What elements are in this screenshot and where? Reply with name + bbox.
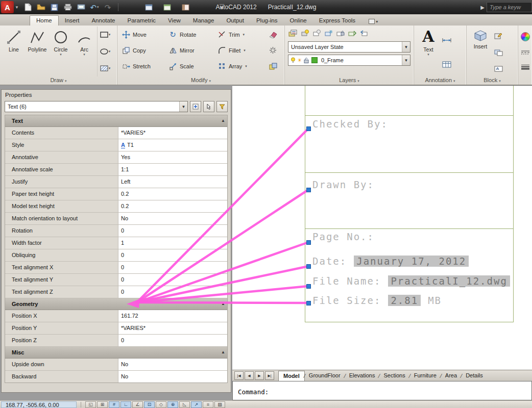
field-value[interactable]: 2.81 bbox=[388, 295, 421, 306]
selection-grip[interactable] bbox=[306, 284, 311, 289]
app-menu-arrow-icon[interactable]: ▼ bbox=[15, 5, 19, 10]
redo-icon[interactable]: ↷ bbox=[103, 2, 113, 12]
coordinate-readout[interactable]: 168.77, -505.66, 0.00 bbox=[1, 401, 77, 408]
layer-dropdown[interactable]: ☀ 0_Frame ▼ bbox=[288, 55, 410, 66]
section-collapse-icon[interactable]: ▲ bbox=[221, 115, 225, 126]
select-objects-button[interactable] bbox=[203, 101, 214, 112]
layout-tab-area[interactable]: Area bbox=[441, 371, 462, 380]
property-value[interactable]: 0 bbox=[118, 335, 227, 346]
show-transparency-toggle[interactable]: ▨ bbox=[214, 401, 225, 408]
drawing-text-checked-by[interactable]: Checked By: bbox=[312, 118, 388, 130]
table-icon[interactable] bbox=[442, 61, 451, 68]
workspace-icon[interactable] bbox=[144, 2, 154, 12]
prev-tab-button[interactable]: ◀ bbox=[245, 371, 254, 380]
ribbon-tab-parametric[interactable]: Parametric bbox=[122, 16, 162, 26]
explode-icon[interactable] bbox=[269, 46, 277, 55]
autocad-logo-icon[interactable]: A bbox=[1, 1, 14, 13]
drawing-text-file-size[interactable]: File Size:2.81MB bbox=[312, 295, 442, 306]
arc-button[interactable]: Arc ▾ bbox=[72, 27, 96, 76]
modify-panel-label[interactable]: Modify ▾ bbox=[117, 76, 284, 85]
infocenter-arrow-icon[interactable]: ▶ bbox=[480, 5, 485, 10]
hatch-flyout-button[interactable]: ▾ bbox=[100, 65, 111, 71]
ribbon-tab-insert[interactable]: Insert bbox=[59, 16, 86, 26]
block-attributes-icon[interactable] bbox=[494, 66, 503, 72]
layer-freeze-icon[interactable] bbox=[324, 29, 333, 37]
new-file-icon[interactable] bbox=[23, 2, 33, 12]
line-button[interactable]: Line bbox=[2, 27, 26, 76]
section-header-text[interactable]: Text▲ bbox=[5, 115, 227, 127]
rotate-button[interactable]: ↻ Rotate bbox=[168, 30, 217, 39]
save-icon[interactable] bbox=[50, 2, 60, 12]
insert-button[interactable]: Insert bbox=[470, 28, 491, 76]
quick-select-button[interactable] bbox=[216, 101, 228, 112]
ribbon-tab-plug-ins[interactable]: Plug-ins bbox=[250, 16, 284, 26]
array-button[interactable]: Array▾ bbox=[217, 62, 269, 70]
drawing-text-date[interactable]: Date:January 17, 2012 bbox=[312, 256, 469, 267]
layer-state-dropdown-arrow-icon[interactable]: ▼ bbox=[402, 42, 410, 52]
property-value[interactable]: 1 bbox=[118, 237, 227, 249]
layer-color-swatch[interactable] bbox=[311, 57, 318, 63]
ortho-mode-toggle[interactable]: ∟ bbox=[120, 401, 131, 408]
layer-thaw-sun-icon[interactable]: ☀ bbox=[297, 58, 302, 63]
ribbon-tab-online[interactable]: Online bbox=[283, 16, 312, 26]
move-button[interactable]: Move bbox=[122, 30, 168, 39]
scale-button[interactable]: Scale bbox=[168, 62, 217, 70]
drawing-text-file-name[interactable]: File Name:PracticalI_12.dwg bbox=[312, 275, 510, 287]
property-value[interactable]: No bbox=[118, 213, 227, 224]
object-snap-3d-toggle[interactable]: ◇ bbox=[156, 401, 166, 408]
polyline-button[interactable]: Polyline bbox=[26, 27, 49, 76]
create-block-icon[interactable] bbox=[494, 32, 503, 39]
ribbon-tab-output[interactable]: Output bbox=[220, 16, 250, 26]
layer-match-icon[interactable] bbox=[348, 29, 357, 37]
show-lineweight-toggle[interactable]: ≡ bbox=[203, 401, 213, 408]
ribbon-tab-manage[interactable]: Manage bbox=[187, 16, 221, 26]
snap-mode-toggle[interactable]: ⊞ bbox=[97, 401, 108, 408]
ribbon-tab-view[interactable]: View bbox=[162, 16, 187, 26]
ribbon-tab-home[interactable]: Home bbox=[30, 15, 59, 26]
command-prompt[interactable]: Command: bbox=[233, 381, 531, 396]
section-header-misc[interactable]: Misc▲ bbox=[5, 347, 227, 359]
property-value[interactable]: *VARIES* bbox=[118, 322, 227, 334]
ribbon-tab-annotate[interactable]: Annotate bbox=[85, 16, 121, 26]
dynamic-input-toggle[interactable]: ↗ bbox=[191, 401, 202, 408]
property-value[interactable]: 0 bbox=[118, 274, 227, 286]
layout-tab-groundfloor[interactable]: GroundFloor bbox=[304, 371, 345, 380]
drawing-text-drawn-by[interactable]: Drawn By: bbox=[312, 179, 374, 190]
grid-display-toggle[interactable]: # bbox=[109, 401, 119, 408]
property-value[interactable]: 0 bbox=[118, 286, 227, 298]
property-value[interactable]: 0.2 bbox=[118, 188, 227, 200]
circle-flyout-arrow-icon[interactable]: ▾ bbox=[60, 53, 62, 57]
arc-flyout-arrow-icon[interactable]: ▾ bbox=[83, 53, 85, 57]
layout-tab-furniture[interactable]: Furniture bbox=[409, 371, 441, 380]
layer-isolate-icon[interactable] bbox=[312, 29, 322, 37]
edit-block-icon[interactable] bbox=[494, 49, 503, 56]
layer-unlock-icon[interactable] bbox=[304, 57, 309, 63]
command-window[interactable]: Command: bbox=[232, 381, 532, 400]
property-value[interactable]: Left bbox=[118, 176, 227, 188]
palette-toggle-icon[interactable] bbox=[181, 2, 191, 12]
first-tab-button[interactable]: |◀ bbox=[234, 371, 244, 380]
stretch-button[interactable]: Stretch bbox=[122, 62, 168, 70]
object-snap-toggle[interactable]: ⊡ bbox=[144, 401, 155, 408]
draw-panel-label[interactable]: Draw ▾ bbox=[0, 76, 117, 85]
property-value[interactable]: AT1 bbox=[118, 139, 227, 151]
toggle-pickadd-button[interactable] bbox=[190, 101, 201, 112]
selection-grip[interactable] bbox=[306, 126, 311, 131]
undo-icon[interactable]: ↶▾ bbox=[89, 2, 100, 12]
property-value[interactable]: 0.2 bbox=[118, 200, 227, 212]
selection-grip[interactable] bbox=[306, 301, 311, 305]
layer-on-bulb-icon[interactable] bbox=[291, 57, 296, 63]
property-value[interactable]: No bbox=[118, 359, 227, 370]
layer-lock-icon[interactable] bbox=[336, 29, 345, 37]
trim-button[interactable]: Trim▾ bbox=[217, 30, 269, 39]
section-collapse-icon[interactable]: ▲ bbox=[221, 347, 225, 358]
field-value[interactable]: January 17, 2012 bbox=[354, 256, 469, 267]
layer-state-dropdown[interactable]: Unsaved Layer State ▼ bbox=[288, 41, 410, 53]
ribbon-minimize-button[interactable]: ▾ bbox=[369, 19, 378, 24]
dimension-icon[interactable] bbox=[442, 36, 452, 43]
text-button[interactable]: A Text ▾ bbox=[418, 28, 439, 76]
copy-button[interactable]: Copy bbox=[122, 46, 168, 55]
linetype-icon[interactable] bbox=[521, 50, 530, 55]
drawing-canvas[interactable]: Checked By:Drawn By:Page No.:Date:Januar… bbox=[232, 85, 532, 370]
properties-palette-title[interactable]: Properties bbox=[2, 90, 231, 100]
